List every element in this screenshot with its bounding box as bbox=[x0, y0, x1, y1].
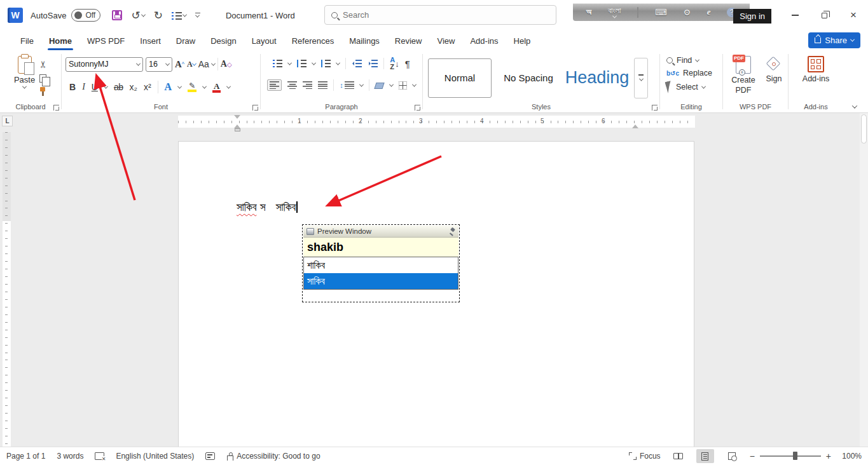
align-right-button[interactable] bbox=[303, 81, 312, 89]
font-size-chevron-icon[interactable] bbox=[165, 61, 170, 65]
page-count-status[interactable]: Page 1 of 1 bbox=[6, 452, 45, 461]
superscript-button[interactable]: x² bbox=[144, 82, 151, 92]
font-name-combobox[interactable] bbox=[65, 57, 143, 72]
vertical-scrollbar[interactable] bbox=[860, 113, 868, 447]
change-case-button[interactable]: Aa bbox=[198, 59, 215, 69]
word[interactable]: সাকিব bbox=[276, 201, 296, 213]
grow-font-button[interactable]: A^ bbox=[175, 59, 184, 70]
select-chevron-icon[interactable] bbox=[701, 84, 706, 88]
tab-wps-pdf[interactable]: WPS PDF bbox=[79, 32, 132, 50]
increase-indent-button[interactable] bbox=[368, 60, 378, 67]
horizontal-ruler[interactable]: 1 2 3 4 5 6 bbox=[178, 116, 695, 128]
multilevel-list-button[interactable] bbox=[321, 60, 331, 67]
styles-dialog-launcher[interactable] bbox=[652, 105, 658, 111]
font-dialog-launcher[interactable] bbox=[252, 105, 258, 111]
keyboard-layout-button[interactable] bbox=[205, 452, 215, 460]
numbering-chevron-icon[interactable] bbox=[312, 60, 316, 65]
borders-button[interactable] bbox=[399, 81, 407, 90]
tab-design[interactable]: Design bbox=[203, 32, 244, 50]
sign-button[interactable]: Sign bbox=[766, 56, 782, 101]
avro-keyboard-layout-button[interactable] bbox=[637, 8, 638, 17]
avro-mouse-input-button[interactable]: ⌨ bbox=[655, 8, 667, 17]
collapse-ribbon-chevron-icon[interactable] bbox=[852, 103, 857, 108]
tab-layout[interactable]: Layout bbox=[244, 32, 284, 50]
autosave-toggle[interactable]: Off bbox=[71, 9, 100, 22]
bullets-button[interactable] bbox=[273, 60, 282, 67]
highlight-button[interactable]: ✎ bbox=[188, 82, 196, 92]
font-color-button[interactable]: A bbox=[212, 82, 221, 93]
style-heading[interactable]: Heading bbox=[565, 58, 629, 98]
format-painter-button[interactable] bbox=[39, 87, 47, 96]
borders-chevron-icon[interactable] bbox=[412, 82, 417, 86]
style-normal[interactable]: Normal bbox=[428, 58, 492, 98]
vertical-ruler[interactable] bbox=[3, 132, 11, 447]
style-no-spacing[interactable]: No Spacing bbox=[497, 58, 560, 98]
bullet-list-dropdown-chevron-icon[interactable] bbox=[183, 12, 187, 17]
font-size-input[interactable] bbox=[149, 60, 166, 69]
close-button[interactable]: × bbox=[839, 0, 868, 30]
paste-dropdown-chevron-icon[interactable] bbox=[22, 84, 27, 89]
select-button[interactable]: Select bbox=[666, 81, 722, 93]
text-effects-chevron-icon[interactable] bbox=[177, 84, 182, 88]
tab-view[interactable]: View bbox=[429, 32, 462, 50]
show-hide-marks-button[interactable]: ¶ bbox=[405, 58, 410, 69]
proofing-errors-button[interactable] bbox=[95, 452, 104, 460]
numbering-button[interactable] bbox=[297, 60, 307, 67]
text-effects-button[interactable]: A bbox=[165, 81, 172, 93]
language-status[interactable]: English (United States) bbox=[116, 452, 194, 461]
minimize-button[interactable] bbox=[780, 0, 809, 30]
tab-help[interactable]: Help bbox=[506, 32, 539, 50]
replace-button[interactable]: b↺cReplace bbox=[666, 69, 722, 78]
font-name-input[interactable] bbox=[69, 60, 137, 69]
paste-button[interactable]: Paste bbox=[14, 55, 35, 101]
share-button[interactable]: Share bbox=[808, 32, 860, 48]
suggestion-item-selected[interactable]: সাকিব bbox=[304, 273, 458, 289]
zoom-percentage[interactable]: 100% bbox=[840, 452, 862, 461]
paragraph-dialog-launcher[interactable] bbox=[415, 105, 420, 111]
scrollbar-thumb[interactable] bbox=[861, 114, 867, 144]
avro-logo-icon[interactable]: অ bbox=[586, 7, 591, 17]
read-mode-button[interactable] bbox=[670, 449, 687, 463]
shading-chevron-icon[interactable] bbox=[389, 82, 394, 86]
tab-review[interactable]: Review bbox=[387, 32, 430, 50]
tab-home[interactable]: Home bbox=[41, 32, 79, 50]
word-count-status[interactable]: 3 words bbox=[57, 452, 83, 461]
shading-button[interactable] bbox=[375, 81, 384, 89]
align-center-button[interactable] bbox=[287, 81, 297, 89]
add-ins-button[interactable]: Add-ins bbox=[803, 56, 829, 101]
avro-language-selector[interactable]: বাংলা bbox=[608, 6, 621, 18]
copy-button[interactable] bbox=[39, 74, 47, 83]
web-layout-button[interactable] bbox=[723, 449, 741, 463]
focus-mode-button[interactable]: Focus bbox=[629, 452, 661, 461]
bold-button[interactable]: B bbox=[69, 82, 76, 92]
find-button[interactable]: Find bbox=[666, 56, 722, 65]
tab-draw[interactable]: Draw bbox=[169, 32, 203, 50]
word[interactable]: স bbox=[260, 201, 266, 213]
tab-mailings[interactable]: Mailings bbox=[341, 32, 387, 50]
cut-button[interactable]: ✂ bbox=[38, 60, 49, 69]
suggestion-item[interactable]: শাকিব bbox=[304, 257, 458, 273]
font-color-chevron-icon[interactable] bbox=[226, 84, 231, 88]
zoom-in-button[interactable]: + bbox=[826, 451, 831, 461]
align-left-button[interactable] bbox=[267, 79, 282, 91]
restore-button[interactable] bbox=[809, 0, 839, 30]
clipboard-dialog-launcher[interactable] bbox=[53, 105, 59, 111]
highlight-chevron-icon[interactable] bbox=[202, 84, 207, 88]
preview-window-titlebar[interactable]: Preview Window bbox=[303, 226, 458, 238]
underline-chevron-icon[interactable] bbox=[104, 84, 108, 88]
bullets-chevron-icon[interactable] bbox=[287, 60, 292, 65]
strikethrough-button[interactable]: ab bbox=[114, 82, 123, 92]
customize-qat-button[interactable] bbox=[195, 13, 200, 18]
bullet-list-quick-button[interactable] bbox=[172, 11, 186, 20]
left-indent-marker[interactable] bbox=[235, 128, 240, 131]
undo-dropdown-chevron-icon[interactable] bbox=[141, 12, 146, 17]
zoom-slider-thumb[interactable] bbox=[793, 452, 797, 460]
multilevel-chevron-icon[interactable] bbox=[336, 60, 340, 65]
tab-references[interactable]: References bbox=[284, 32, 341, 50]
line-spacing-chevron-icon[interactable] bbox=[359, 82, 364, 86]
create-pdf-button[interactable]: PDF+ Create PDF bbox=[729, 56, 758, 101]
redo-button[interactable]: ↻ bbox=[154, 9, 163, 22]
styles-gallery-more-button[interactable] bbox=[634, 58, 648, 98]
pin-icon[interactable] bbox=[449, 227, 455, 235]
find-chevron-icon[interactable] bbox=[695, 57, 699, 62]
